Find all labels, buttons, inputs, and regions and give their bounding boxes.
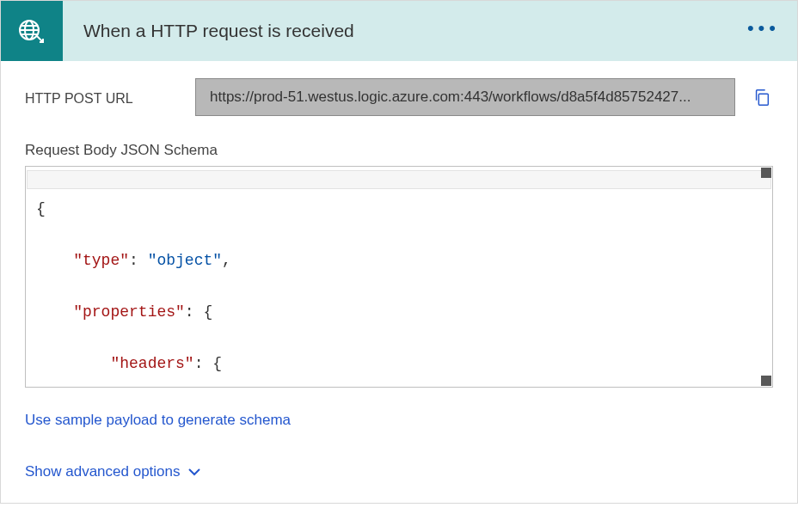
card-header: When a HTTP request is received ••• (1, 1, 797, 61)
use-sample-payload-link[interactable]: Use sample payload to generate schema (25, 412, 291, 428)
card-title: When a HTTP request is received (83, 21, 747, 41)
card-body: HTTP POST URL https://prod-51.westus.log… (1, 61, 797, 503)
http-trigger-card: When a HTTP request is received ••• HTTP… (0, 0, 798, 504)
code-token: "object" (148, 252, 222, 269)
svg-rect-5 (758, 94, 768, 105)
http-post-url-label: HTTP POST URL (25, 88, 180, 107)
code-token: "properties" (73, 303, 185, 321)
show-advanced-options-label: Show advanced options (25, 463, 181, 480)
url-row: HTTP POST URL https://prod-51.westus.log… (25, 78, 773, 116)
editor-scrollbar-bottom[interactable] (761, 376, 771, 386)
code-token: { (36, 200, 46, 217)
editor-content: { "type": "object", "properties": { "hea… (26, 167, 772, 388)
copy-icon (752, 88, 771, 107)
http-post-url-field[interactable]: https://prod-51.westus.logic.azure.com:4… (195, 78, 735, 116)
code-token: "headers" (110, 355, 193, 372)
sample-payload-row: Use sample payload to generate schema (25, 412, 773, 429)
chevron-down-icon (187, 465, 201, 479)
json-schema-editor[interactable]: { "type": "object", "properties": { "hea… (25, 166, 773, 388)
schema-label: Request Body JSON Schema (25, 142, 773, 159)
http-request-icon (1, 1, 63, 61)
card-menu-button[interactable]: ••• (747, 21, 780, 41)
editor-scrollbar-top[interactable] (761, 168, 771, 178)
show-advanced-options-button[interactable]: Show advanced options (25, 463, 773, 480)
code-token: "type" (73, 252, 129, 269)
copy-url-button[interactable] (751, 86, 773, 108)
